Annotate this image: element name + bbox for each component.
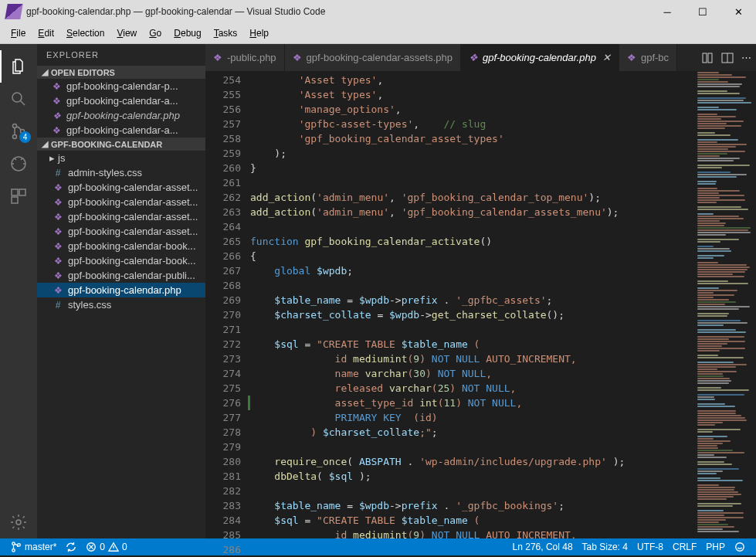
- status-cursor[interactable]: Ln 276, Col 48: [508, 542, 578, 552]
- css-file-icon: #: [53, 168, 63, 178]
- svg-point-0: [12, 93, 22, 102]
- error-icon: [86, 542, 97, 552]
- php-file-icon: ❖: [53, 226, 63, 237]
- php-file-icon: ❖: [627, 52, 636, 63]
- activity-scm[interactable]: 4: [0, 115, 37, 148]
- window-minimize-button[interactable]: ─: [649, 0, 685, 23]
- editor-tab[interactable]: ❖gpf-booking-calendar-assets.php: [285, 44, 461, 71]
- status-sync[interactable]: [61, 542, 81, 552]
- open-editor-item[interactable]: ❖gpf-booking-calendar-a...: [37, 93, 205, 108]
- php-file-icon: ❖: [469, 52, 478, 63]
- sidebar: EXPLORER ◢OPEN EDITORS ❖gpf-booking-cale…: [37, 44, 205, 538]
- activity-extensions[interactable]: [0, 180, 37, 212]
- more-actions-icon[interactable]: ⋯: [741, 52, 751, 63]
- gear-icon: [9, 513, 28, 532]
- menu-go[interactable]: Go: [143, 28, 168, 39]
- menu-view[interactable]: View: [110, 28, 143, 39]
- status-bar: master* 0 0 Ln 276, Col 48 Tab Size: 4 U…: [0, 538, 756, 555]
- php-file-icon: ❖: [53, 241, 63, 252]
- open-editor-item[interactable]: ❖gpf-booking-calendar-a...: [37, 123, 205, 138]
- status-encoding[interactable]: UTF-8: [632, 542, 668, 552]
- extensions-icon: [9, 187, 28, 205]
- php-file-icon: ❖: [53, 212, 63, 222]
- menu-selection[interactable]: Selection: [60, 28, 110, 39]
- split-editor-icon[interactable]: [721, 52, 734, 64]
- close-tab-icon[interactable]: ✕: [602, 52, 611, 63]
- svg-point-1: [13, 124, 17, 128]
- file-item[interactable]: #styles.css: [37, 297, 205, 312]
- editor-tabs: ❖-public.php❖gpf-booking-calendar-assets…: [205, 44, 756, 71]
- editor-tab[interactable]: ❖-public.php: [205, 44, 285, 71]
- status-feedback[interactable]: [730, 542, 750, 552]
- file-item[interactable]: ❖gpf-booking-calendar-asset...: [37, 209, 205, 224]
- status-branch[interactable]: master*: [6, 542, 61, 552]
- open-editors-header[interactable]: ◢OPEN EDITORS: [37, 66, 205, 79]
- compare-changes-icon[interactable]: [701, 52, 714, 64]
- svg-point-16: [736, 543, 744, 552]
- file-item[interactable]: #admin-styles.css: [37, 165, 205, 180]
- file-item[interactable]: ❖gpf-booking-calendar-asset...: [37, 195, 205, 209]
- menu-help[interactable]: Help: [243, 28, 275, 39]
- file-item[interactable]: ❖gpf-booking-calendar-book...: [37, 253, 205, 268]
- svg-point-2: [13, 135, 17, 139]
- php-file-icon: ❖: [53, 182, 63, 193]
- php-file-icon: ❖: [53, 256, 63, 267]
- vscode-logo-icon: [5, 4, 23, 19]
- svg-rect-7: [12, 197, 18, 203]
- status-eol[interactable]: CRLF: [668, 542, 701, 552]
- menu-bar: File Edit Selection View Go Debug Tasks …: [0, 23, 756, 44]
- svg-point-12: [12, 542, 15, 545]
- editor-tab[interactable]: ❖gpf-booking-calendar.php✕: [461, 44, 619, 71]
- svg-rect-10: [708, 53, 712, 63]
- menu-debug[interactable]: Debug: [168, 28, 207, 39]
- folder-header[interactable]: ◢GPF-BOOKING-CALENDAR: [37, 138, 205, 151]
- svg-rect-5: [12, 189, 18, 195]
- sync-icon: [66, 542, 76, 552]
- status-indent[interactable]: Tab Size: 4: [578, 542, 632, 552]
- php-file-icon: ❖: [53, 197, 63, 208]
- php-file-icon: ❖: [293, 52, 302, 63]
- status-problems[interactable]: 0 0: [81, 542, 131, 552]
- menu-file[interactable]: File: [5, 28, 32, 39]
- window-title: gpf-booking-calendar.php — gpf-booking-c…: [26, 6, 649, 17]
- file-item[interactable]: ❖gpf-booking-calendar-book...: [37, 239, 205, 253]
- open-editor-item[interactable]: ❖gpf-booking-calendar.php: [37, 108, 205, 123]
- php-file-icon: ❖: [51, 81, 62, 92]
- activity-bar: 4: [0, 44, 37, 538]
- menu-tasks[interactable]: Tasks: [208, 28, 244, 39]
- scm-badge: 4: [19, 131, 31, 143]
- file-item[interactable]: ❖gpf-booking-calendar.php: [37, 283, 205, 297]
- warning-icon: [108, 542, 119, 552]
- minimap[interactable]: [694, 71, 756, 538]
- activity-debug[interactable]: [0, 148, 37, 180]
- file-item[interactable]: ❖gpf-booking-calendar-publi...: [37, 268, 205, 283]
- php-file-icon: ❖: [51, 110, 62, 121]
- smiley-icon: [734, 542, 745, 552]
- window-maximize-button[interactable]: ☐: [685, 0, 720, 23]
- search-icon: [9, 90, 28, 108]
- file-item[interactable]: ❖gpf-booking-calendar-asset...: [37, 180, 205, 195]
- activity-search[interactable]: [0, 83, 37, 115]
- sidebar-title: EXPLORER: [37, 44, 205, 66]
- php-file-icon: ❖: [53, 270, 63, 281]
- activity-explorer[interactable]: [0, 50, 37, 83]
- status-language[interactable]: PHP: [701, 542, 730, 552]
- php-file-icon: ❖: [51, 96, 62, 107]
- line-numbers: 2542552562572582592602612622632642652662…: [205, 71, 250, 538]
- title-bar: gpf-booking-calendar.php — gpf-booking-c…: [0, 0, 756, 23]
- folder-item[interactable]: ▸js: [37, 151, 205, 165]
- activity-settings[interactable]: [0, 506, 37, 538]
- window-close-button[interactable]: ✕: [720, 0, 756, 23]
- code-editor[interactable]: 'Asset types', 'Asset types', 'manage_op…: [250, 71, 694, 538]
- file-item[interactable]: ❖gpf-booking-calendar-asset...: [37, 224, 205, 239]
- debug-icon: [9, 155, 28, 173]
- svg-point-13: [12, 549, 15, 552]
- css-file-icon: #: [53, 300, 63, 311]
- git-branch-icon: [11, 542, 22, 552]
- svg-rect-9: [703, 53, 707, 63]
- open-editor-item[interactable]: ❖gpf-booking-calendar-p...: [37, 79, 205, 93]
- menu-edit[interactable]: Edit: [32, 28, 60, 39]
- editor-tab[interactable]: ❖gpf-bc: [619, 44, 677, 71]
- svg-point-14: [18, 544, 21, 547]
- svg-rect-6: [19, 189, 25, 195]
